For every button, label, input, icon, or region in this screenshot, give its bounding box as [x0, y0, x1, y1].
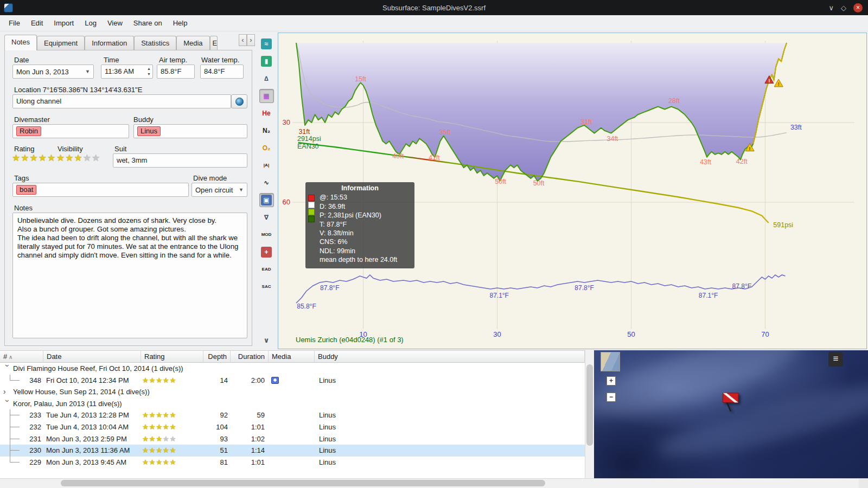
ead-icon[interactable]: EAD	[259, 262, 274, 277]
tab-media[interactable]: Media	[176, 36, 209, 50]
dive-row[interactable]: 232Tue Jun 4, 2013 10:04 AM★★★★★1041:01L…	[0, 421, 585, 433]
suit-input[interactable]: wet, 3mm	[113, 153, 247, 168]
star-filled-icon[interactable]: ★	[149, 458, 156, 466]
divemode-combobox[interactable]: Open circuit ▼	[192, 183, 247, 197]
star-filled-icon[interactable]: ★	[74, 153, 83, 163]
menu-share-on[interactable]: Share on	[128, 17, 168, 29]
dive-list-scrollbar[interactable]	[585, 350, 594, 478]
airtemp-input[interactable]: 85.8°F	[157, 65, 195, 79]
menu-help[interactable]: Help	[168, 17, 193, 29]
column-header-media[interactable]: Media	[269, 351, 315, 363]
star-filled-icon[interactable]: ★	[142, 435, 149, 443]
trip-row[interactable]: ›Yellow House, Sun Sep 21, 2014 (1 dive(…	[0, 386, 585, 398]
star-filled-icon[interactable]: ★	[142, 458, 149, 466]
star-filled-icon[interactable]: ★	[149, 423, 156, 431]
window-maximize-button[interactable]: ◇	[841, 4, 846, 12]
star-filled-icon[interactable]: ★	[142, 446, 149, 454]
star-empty-icon[interactable]: ★	[92, 153, 100, 163]
star-filled-icon[interactable]: ★	[156, 458, 163, 466]
scrollbar-thumb[interactable]	[61, 480, 545, 486]
star-filled-icon[interactable]: ★	[47, 153, 56, 163]
column-header-buddy[interactable]: Buddy	[315, 351, 585, 363]
location-input[interactable]: Ulong channel	[12, 94, 231, 108]
star-filled-icon[interactable]: ★	[149, 435, 156, 443]
trip-row[interactable]: ›Divi Flamingo House Reef, Fri Oct 10, 2…	[0, 363, 585, 375]
visibility-stars[interactable]: ★★★★★	[56, 152, 100, 164]
star-filled-icon[interactable]: ★	[163, 458, 170, 466]
scrollbar-thumb[interactable]	[586, 364, 593, 446]
deco-plus-icon[interactable]: +	[259, 245, 274, 259]
star-filled-icon[interactable]: ★	[156, 423, 163, 431]
map-overview-thumbnail[interactable]	[601, 352, 620, 371]
star-empty-icon[interactable]: ★	[163, 435, 170, 443]
star-filled-icon[interactable]: ★	[163, 446, 170, 454]
column-header-num[interactable]: # ∧	[0, 351, 43, 363]
column-header-depth[interactable]: Depth	[203, 351, 231, 363]
star-filled-icon[interactable]: ★	[156, 376, 163, 384]
star-filled-icon[interactable]: ★	[56, 153, 65, 163]
star-filled-icon[interactable]: ★	[149, 411, 156, 419]
tab-equipment[interactable]: Equipment	[37, 36, 85, 50]
dive-site-marker[interactable]	[716, 385, 746, 417]
map-zoom-out-button[interactable]: −	[607, 393, 616, 402]
dive-row[interactable]: 229Mon Jun 3, 2013 9:45 AM★★★★★811:01Lin…	[0, 457, 585, 468]
window-close-button[interactable]: ×	[853, 3, 863, 12]
tab-information[interactable]: Information	[85, 36, 134, 50]
star-filled-icon[interactable]: ★	[39, 153, 47, 163]
date-combobox[interactable]: Mon Jun 3, 2013 ▼	[12, 65, 94, 79]
map-menu-button[interactable]: ≡	[828, 352, 843, 367]
star-filled-icon[interactable]: ★	[65, 153, 74, 163]
window-shade-button[interactable]: ∨	[828, 4, 834, 12]
dive-row[interactable]: 231Mon Jun 3, 2013 2:59 PM★★★★★931:02Lin…	[0, 433, 585, 445]
heart-rate-icon[interactable]: ∿	[259, 176, 274, 190]
star-filled-icon[interactable]: ★	[21, 153, 29, 163]
map-globe-button[interactable]	[231, 94, 247, 108]
profile-scale-icon[interactable]: ∆	[259, 72, 274, 86]
star-filled-icon[interactable]: ★	[169, 446, 176, 454]
expand-trip-icon[interactable]: ›	[3, 386, 11, 398]
dive-row[interactable]: 230Mon Jun 3, 2013 11:36 AM★★★★★511:14Li…	[0, 445, 585, 457]
star-empty-icon[interactable]: ★	[83, 153, 92, 163]
buddy-input[interactable]: Linus	[133, 124, 247, 138]
tag-chip[interactable]: boat	[16, 185, 36, 195]
star-filled-icon[interactable]: ★	[142, 376, 149, 384]
collapse-trip-icon[interactable]: ›	[2, 364, 14, 372]
star-filled-icon[interactable]: ★	[169, 376, 176, 384]
sac-icon[interactable]: SAC	[259, 280, 274, 294]
star-filled-icon[interactable]: ★	[156, 446, 163, 454]
tab-e[interactable]: E	[210, 36, 218, 50]
star-filled-icon[interactable]: ★	[163, 411, 170, 419]
mod-icon[interactable]: MOD	[259, 228, 274, 242]
map-widget[interactable]: + − ≡	[594, 350, 868, 478]
gas-change-icon[interactable]: ∇	[259, 210, 274, 224]
dive-row[interactable]: 348Fri Oct 10, 2014 12:34 PM★★★★★142:00L…	[0, 375, 585, 387]
collapse-toolbar-icon[interactable]: ∨	[259, 333, 274, 347]
menu-file[interactable]: File	[3, 17, 25, 29]
column-header-rating[interactable]: Rating	[141, 351, 203, 363]
menu-edit[interactable]: Edit	[25, 17, 48, 29]
column-header-date[interactable]: Date	[43, 351, 141, 363]
star-empty-icon[interactable]: ★	[169, 435, 176, 443]
time-input[interactable]: 11:36 AM ▲▼	[101, 65, 153, 79]
tab-scroll-right-button[interactable]: ›	[247, 34, 255, 46]
photos-toggle-icon[interactable]: ▣	[259, 193, 274, 207]
menu-log[interactable]: Log	[79, 17, 102, 29]
collapse-trip-icon[interactable]: ›	[2, 400, 14, 407]
rating-stars[interactable]: ★★★★★	[12, 152, 56, 164]
pp-nitrogen-icon[interactable]: N₂	[259, 124, 274, 138]
menu-import[interactable]: Import	[48, 17, 79, 29]
swim-rate-icon[interactable]: ≈	[259, 37, 274, 51]
map-zoom-in-button[interactable]: +	[607, 376, 616, 386]
mean-depth-max-icon[interactable]: |A|	[259, 158, 274, 172]
tab-notes[interactable]: Notes	[4, 35, 37, 50]
notes-textarea[interactable]: Unbelievable dive. Dozens and dozens of …	[12, 213, 247, 338]
divemaster-input[interactable]: Robin	[12, 124, 129, 138]
star-filled-icon[interactable]: ★	[163, 423, 170, 431]
divemaster-chip[interactable]: Robin	[16, 126, 41, 136]
tab-scroll-left-button[interactable]: ‹	[239, 34, 247, 46]
star-filled-icon[interactable]: ★	[169, 423, 176, 431]
buddy-chip[interactable]: Linus	[137, 126, 161, 136]
spinner-icons[interactable]: ▲▼	[147, 66, 151, 77]
star-filled-icon[interactable]: ★	[12, 153, 21, 163]
media-photo-icon[interactable]	[271, 377, 279, 384]
